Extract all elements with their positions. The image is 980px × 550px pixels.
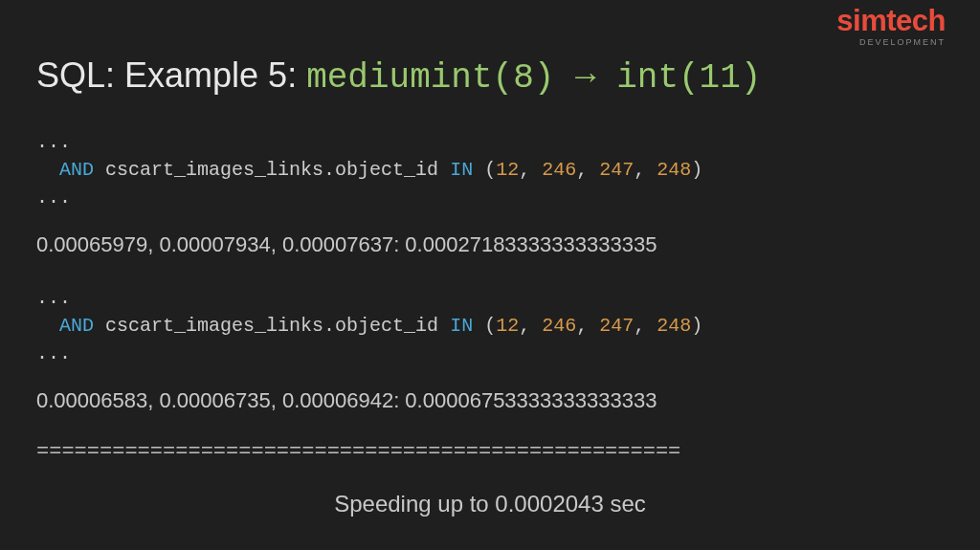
keyword-and: AND bbox=[59, 159, 94, 181]
sql-identifier: cscart_images_links.object_id bbox=[105, 159, 438, 181]
keyword-in: IN bbox=[450, 159, 473, 181]
indent bbox=[36, 159, 59, 181]
sql-block-2: ... AND cscart_images_links.object_id IN… bbox=[36, 284, 944, 367]
number: 247 bbox=[599, 315, 634, 337]
number: 12 bbox=[496, 315, 519, 337]
number: 246 bbox=[542, 159, 576, 181]
slide-content: SQL: Example 5: mediumint(8) → int(11) .… bbox=[0, 0, 980, 517]
keyword-in: IN bbox=[450, 315, 473, 337]
number: 247 bbox=[599, 159, 634, 181]
ellipsis: ... bbox=[36, 342, 71, 364]
title-prefix: SQL: Example 5: bbox=[36, 55, 306, 95]
timings-line-1: 0.00065979, 0.00007934, 0.00007637: 0.00… bbox=[36, 232, 944, 257]
brand-logo: simtech DEVELOPMENT bbox=[836, 6, 946, 47]
logo-main-text: simtech bbox=[836, 6, 946, 35]
ellipsis: ... bbox=[36, 131, 71, 153]
timings-line-2: 0.00006583, 0.00006735, 0.00006942: 0.00… bbox=[36, 388, 944, 413]
sql-block-1: ... AND cscart_images_links.object_id IN… bbox=[36, 128, 944, 211]
number: 12 bbox=[496, 159, 519, 181]
logo-sub-text: DEVELOPMENT bbox=[836, 37, 946, 47]
sql-identifier: cscart_images_links.object_id bbox=[105, 315, 438, 337]
slide-title: SQL: Example 5: mediumint(8) → int(11) bbox=[36, 55, 944, 98]
indent bbox=[36, 315, 59, 337]
keyword-and: AND bbox=[59, 315, 94, 337]
ellipsis: ... bbox=[36, 287, 71, 309]
number: 246 bbox=[542, 315, 576, 337]
ellipsis: ... bbox=[36, 187, 71, 209]
title-code: mediumint(8) → int(11) bbox=[306, 58, 761, 98]
number: 248 bbox=[657, 159, 691, 181]
footer-summary: Speeding up to 0.0002043 sec bbox=[36, 491, 944, 517]
divider-line: ========================================… bbox=[36, 440, 944, 464]
number: 248 bbox=[657, 315, 691, 337]
